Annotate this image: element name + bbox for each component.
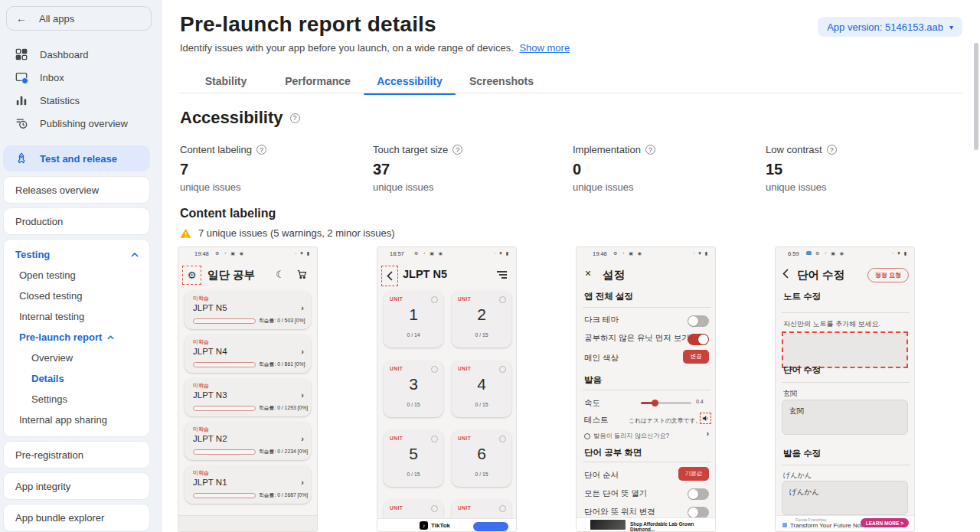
- radio-circle-icon[interactable]: [431, 505, 438, 512]
- back-chevron-icon[interactable]: [782, 269, 789, 279]
- ad-button[interactable]: LEARN MORE >: [861, 518, 909, 527]
- section-heading: 단어 공부 화면: [584, 447, 642, 459]
- flagged-note-input[interactable]: [782, 331, 908, 368]
- word-input[interactable]: 玄関: [782, 400, 908, 435]
- help-icon[interactable]: [452, 145, 462, 155]
- sidebar-item-dashboard[interactable]: Dashboard: [0, 43, 162, 66]
- course-card[interactable]: 미학습 JLPT N3 › 학습률: 0 / 1293 [0%]: [185, 378, 311, 416]
- tab-screenshots[interactable]: Screenshots: [456, 73, 547, 93]
- unit-card[interactable]: UNIT 6 0 / 15: [452, 430, 511, 487]
- setting-label: 모든 단어 뜻 열기: [584, 488, 647, 499]
- correction-request-button[interactable]: 정정 요청: [867, 268, 909, 282]
- warning-icon: [180, 228, 191, 239]
- unit-count: 0 / 15: [452, 402, 511, 407]
- tab-accessibility[interactable]: Accessibility: [364, 73, 456, 93]
- app-version-dropdown[interactable]: App version: 5146153.aab ▾: [818, 17, 962, 37]
- ad-banner[interactable]: Shop Affordable Lab Grown Diamond...: [577, 517, 715, 531]
- unit-count: 0 / 15: [384, 402, 443, 407]
- section-heading: 발음 수정: [783, 448, 821, 459]
- sidebar-item-app-integrity[interactable]: App integrity: [3, 472, 150, 500]
- sidebar-item-settings[interactable]: Settings: [4, 389, 149, 410]
- radio-circle-icon[interactable]: [499, 296, 506, 303]
- dark-mode-moon-icon[interactable]: ☾: [276, 269, 285, 280]
- sidebar-item-details[interactable]: Details: [4, 368, 149, 389]
- sidebar-item-pre-registration[interactable]: Pre-registration: [3, 441, 150, 468]
- cart-icon[interactable]: [297, 269, 307, 279]
- course-card[interactable]: 미학습 JLPT N5 › 학습률: 0 / 503 [0%]: [185, 291, 311, 329]
- radio-circle-icon[interactable]: [499, 436, 506, 442]
- dark-theme-toggle[interactable]: [688, 315, 709, 327]
- swap-position-toggle[interactable]: [688, 507, 709, 518]
- help-icon[interactable]: [827, 145, 837, 155]
- setting-label: 공부하지 않은 유닛 먼저 보기: [584, 333, 690, 344]
- setting-label: 단어와 뜻 위치 변경: [584, 507, 655, 517]
- tab-stability[interactable]: Stability: [180, 73, 272, 93]
- back-arrow-icon[interactable]: ←: [16, 12, 27, 24]
- show-more-link[interactable]: Show more: [519, 42, 570, 54]
- chevron-up-icon: [107, 335, 114, 340]
- unit-card[interactable]: UNIT 1 0 / 14: [384, 291, 443, 348]
- unit-card[interactable]: UNIT 2 0 / 15: [452, 291, 511, 348]
- ad-banner[interactable]: Fiesta Franchise Transform Your Future N…: [776, 515, 914, 531]
- chevron-right-icon: ›: [707, 429, 709, 438]
- unit-card[interactable]: UNIT 4 0 / 15: [452, 361, 511, 417]
- course-card[interactable]: 미학습 JLPT N2 › 학습률: 0 / 2234 [0%]: [185, 422, 311, 460]
- sidebar-item-internal-testing[interactable]: Internal testing: [4, 306, 149, 327]
- unit-number: 3: [384, 375, 443, 393]
- rocket-icon: [15, 152, 28, 165]
- course-card[interactable]: 미학습 JLPT N4 › 학습률: 0 / 861 [0%]: [185, 335, 311, 373]
- tab-performance[interactable]: Performance: [272, 73, 364, 93]
- sidebar-item-closed-testing[interactable]: Closed testing: [4, 286, 149, 306]
- open-meaning-toggle[interactable]: [688, 488, 709, 500]
- course-card[interactable]: 미학습 JLPT N1 › 학습률: 0 / 2687 [0%]: [185, 465, 311, 504]
- flagged-back-button[interactable]: [381, 266, 398, 286]
- status-time: 19:48: [593, 250, 607, 257]
- sidebar-item-overview[interactable]: Overview: [4, 348, 149, 368]
- unit-card[interactable]: UNIT 5 0 / 15: [384, 430, 443, 487]
- radio-circle-icon[interactable]: [431, 436, 438, 442]
- help-icon[interactable]: [256, 145, 266, 155]
- unit-count: 0 / 15: [384, 472, 443, 477]
- sidebar-item-inbox[interactable]: Inbox: [0, 66, 162, 89]
- ad-button[interactable]: [473, 522, 508, 531]
- sidebar-item-production[interactable]: Production: [3, 207, 150, 235]
- sidebar-item-test-and-release[interactable]: Test and release: [3, 145, 150, 171]
- unit-first-toggle[interactable]: [688, 334, 709, 345]
- main-content: Pre-launch report details Identify issue…: [162, 0, 980, 532]
- pronunciation-input[interactable]: げんかん: [782, 481, 908, 515]
- radio-circle-icon[interactable]: [499, 505, 506, 512]
- issues-summary: 7 unique issues (5 warnings, 2 minor iss…: [180, 227, 395, 239]
- course-status: 미학습: [193, 469, 209, 477]
- radio-circle-icon[interactable]: [431, 296, 438, 303]
- setting-label: 단어 순서: [584, 470, 619, 481]
- speed-slider[interactable]: [641, 402, 691, 404]
- pronunciation-help-row[interactable]: 발음이 들리지 않으신가요?: [584, 432, 669, 440]
- setting-label: 테스트: [584, 415, 609, 426]
- change-color-button[interactable]: 변경: [683, 350, 709, 364]
- sort-icon[interactable]: [497, 271, 507, 280]
- radio-circle-icon[interactable]: [499, 366, 506, 373]
- radio-circle-icon[interactable]: [431, 366, 438, 373]
- sidebar-item-pre-launch-report[interactable]: Pre-launch report: [4, 327, 149, 348]
- sidebar-item-releases-overview[interactable]: Releases overview: [3, 176, 150, 204]
- ad-banner[interactable]: ♪ TikTok: [377, 518, 516, 531]
- sidebar-item-statistics[interactable]: Statistics: [0, 89, 162, 112]
- all-apps-button[interactable]: ← All apps: [6, 6, 152, 31]
- unit-card[interactable]: UNIT 3 0 / 15: [384, 361, 443, 417]
- section-heading: 노트 수정: [783, 291, 821, 302]
- help-icon[interactable]: [645, 145, 655, 155]
- screenshot-device-4: 6:59 단어 수정 정정 요청 노트 수정 자신만의 노트를 추가해 보세요.…: [775, 246, 915, 532]
- sidebar-item-open-testing[interactable]: Open testing: [4, 265, 149, 286]
- close-icon[interactable]: ×: [585, 267, 591, 279]
- flagged-gear-button[interactable]: ⚙: [182, 266, 201, 285]
- sidebar-item-app-bundle-explorer[interactable]: App bundle explorer: [3, 504, 150, 531]
- sidebar-item-internal-app-sharing[interactable]: Internal app sharing: [4, 410, 149, 430]
- flagged-speaker-button[interactable]: [700, 413, 711, 424]
- pronunciation-field-label: げんかん: [783, 471, 812, 481]
- progress-text: 학습률: 0 / 503 [0%]: [259, 317, 305, 325]
- sidebar-item-testing[interactable]: Testing: [4, 244, 149, 265]
- page-scrollbar[interactable]: [974, 43, 978, 150]
- help-icon[interactable]: [290, 113, 300, 123]
- sidebar-item-publishing-overview[interactable]: Publishing overview: [0, 112, 162, 135]
- default-button[interactable]: 기본값: [678, 467, 709, 481]
